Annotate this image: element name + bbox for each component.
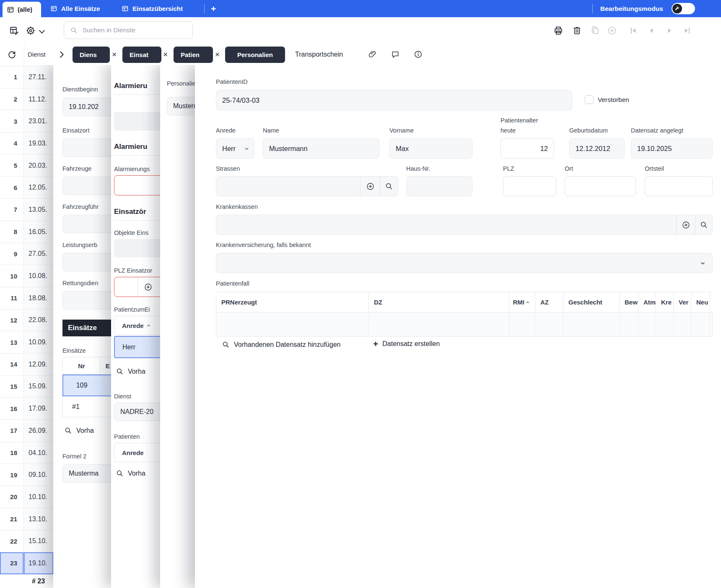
record-list-row[interactable]: 16 17.09. xyxy=(0,398,53,420)
record-row-number[interactable]: 2 xyxy=(0,88,23,111)
column-header-atm[interactable]: Atm xyxy=(638,292,656,312)
record-row-number[interactable]: 15 xyxy=(0,376,23,398)
vorname-field[interactable]: Max xyxy=(389,138,472,159)
record-row-date[interactable]: 11.12. xyxy=(23,88,53,111)
record-row-date[interactable]: 19.03. xyxy=(23,133,53,155)
column-header-e[interactable]: E xyxy=(101,357,111,374)
dienst-field[interactable]: NADRE-20 xyxy=(114,403,160,421)
record-list-row[interactable]: 10 10.08. xyxy=(0,265,53,287)
delete-icon[interactable] xyxy=(572,26,582,35)
list-column-header[interactable]: Dienst xyxy=(28,44,46,65)
record-tab-dienst[interactable]: Diens xyxy=(73,47,110,63)
objekte-field[interactable] xyxy=(114,239,160,258)
record-row-date[interactable]: 13.05. xyxy=(23,199,53,221)
first-record-icon[interactable] xyxy=(629,26,638,35)
einsaetze-section-tab[interactable]: Einsätze xyxy=(62,320,111,336)
record-list-row[interactable]: 11 18.08. xyxy=(0,287,53,310)
column-header-anrede[interactable]: Anrede xyxy=(114,316,151,335)
record-list-row[interactable]: 19 09.10. xyxy=(0,464,53,486)
record-list-row[interactable]: 9 27.05. xyxy=(0,243,53,265)
rettungsdienst-field[interactable] xyxy=(62,291,111,310)
column-header-az[interactable]: AZ xyxy=(535,292,563,312)
column-header-nr[interactable]: Nr xyxy=(63,357,101,374)
record-row-date[interactable]: 10.10. xyxy=(23,486,53,508)
record-list-row[interactable]: 17 26.09. xyxy=(0,420,53,442)
column-header-anrede[interactable]: Anrede xyxy=(114,443,144,462)
record-row-date[interactable]: 04.10. xyxy=(23,442,53,464)
patient-row-selected[interactable]: Herr xyxy=(114,336,160,358)
record-row-date[interactable]: 16.05. xyxy=(23,221,53,243)
record-row-date[interactable]: 18.08. xyxy=(23,287,53,310)
record-row-date[interactable]: 20.03. xyxy=(23,155,53,177)
view-tab-alle-einsaetze[interactable]: Alle Einsätze xyxy=(50,0,100,17)
record-row-number[interactable]: 12 xyxy=(0,310,23,332)
add-existing-patient-button[interactable]: Vorha xyxy=(116,367,145,375)
create-datensatz-button[interactable]: + Datensatz erstellen xyxy=(373,340,440,348)
record-list-row[interactable]: 12 22.08. xyxy=(0,310,53,332)
record-row-number[interactable]: 5 xyxy=(0,155,23,177)
column-header-dz[interactable]: DZ xyxy=(369,292,509,312)
record-tab-einsatz[interactable]: Einsat xyxy=(122,47,161,63)
record-row-date[interactable]: 22.08. xyxy=(23,310,53,332)
record-row-number[interactable]: 16 xyxy=(0,398,23,420)
record-row-number[interactable]: 11 xyxy=(0,287,23,310)
record-row-date[interactable]: 12.05. xyxy=(23,177,53,199)
info-icon[interactable] xyxy=(414,50,423,59)
record-row-number[interactable]: 22 xyxy=(0,530,23,552)
ort-field[interactable] xyxy=(565,176,636,196)
record-list-row[interactable]: 21 13.10. xyxy=(0,508,53,531)
plz-field[interactable] xyxy=(503,176,556,196)
search-icon[interactable] xyxy=(380,177,398,196)
record-row-date[interactable]: 15.09. xyxy=(23,376,53,398)
record-row-date[interactable]: 13.10. xyxy=(23,508,53,531)
record-list-row[interactable]: 13 10.09. xyxy=(0,331,53,354)
alarmierung-empty-field[interactable] xyxy=(114,112,160,130)
dienstbeginn-field[interactable]: 19.10.202 xyxy=(62,98,111,116)
record-row-date[interactable]: 12.09. xyxy=(23,354,53,376)
print-icon[interactable] xyxy=(553,26,563,36)
column-header-neu[interactable]: Neu xyxy=(691,292,710,312)
record-row-number[interactable]: 18 xyxy=(0,442,23,464)
paperclip-icon[interactable] xyxy=(368,50,377,59)
record-row-date[interactable]: 19.10. xyxy=(23,552,53,575)
einsaetze-row-selected[interactable]: 109 xyxy=(62,375,111,396)
add-view-tab-button[interactable]: + xyxy=(211,0,216,17)
add-plus-icon[interactable] xyxy=(137,277,158,297)
duplicate-icon[interactable] xyxy=(590,26,600,35)
record-list-row[interactable]: 1 27.11. xyxy=(0,66,53,88)
add-existing-einsatz-button[interactable]: Vorha xyxy=(64,427,94,434)
verstorben-checkbox[interactable] xyxy=(585,95,594,104)
datensatz-angelegt-field[interactable]: 19.10.2025 xyxy=(631,138,713,159)
einsaetze-row[interactable]: #1 xyxy=(62,396,111,417)
record-row-date[interactable]: 23.01. xyxy=(23,110,53,133)
column-header-kre[interactable]: Kre xyxy=(656,292,674,312)
next-record-icon[interactable] xyxy=(665,26,674,35)
leistungserbringer-field[interactable] xyxy=(62,253,111,271)
krankenversicherung-select[interactable] xyxy=(216,253,713,273)
edit-table-icon[interactable] xyxy=(9,26,19,36)
close-icon[interactable]: × xyxy=(112,44,117,65)
ortsteil-field[interactable] xyxy=(645,176,713,196)
record-row-date[interactable]: 27.11. xyxy=(23,66,53,88)
record-row-number[interactable]: 17 xyxy=(0,420,23,442)
close-icon[interactable]: × xyxy=(163,44,168,65)
column-header-ver[interactable]: Ver xyxy=(674,292,691,312)
record-row-date[interactable]: 26.09. xyxy=(23,420,53,442)
record-row-number[interactable]: 14 xyxy=(0,354,23,376)
last-record-icon[interactable] xyxy=(682,26,692,35)
record-list-row[interactable]: 2 11.12. xyxy=(0,88,53,111)
previous-record-icon[interactable] xyxy=(647,26,656,35)
record-row-number[interactable]: 3 xyxy=(0,110,23,133)
record-row-number[interactable]: 19 xyxy=(0,464,23,486)
record-row-number[interactable]: 21 xyxy=(0,508,23,531)
chevron-right-icon[interactable] xyxy=(57,50,66,59)
search-box[interactable] xyxy=(64,21,193,39)
record-row-date[interactable]: 15.10. xyxy=(23,530,53,552)
column-header-geschlecht[interactable]: Geschlecht xyxy=(563,292,620,312)
hausnr-field[interactable] xyxy=(406,176,472,196)
fahrzeuge-field[interactable] xyxy=(62,177,111,195)
personalien-link-field[interactable]: Musterma xyxy=(167,97,195,115)
record-row-number[interactable]: 9 xyxy=(0,243,23,265)
edit-mode-toggle[interactable] xyxy=(672,3,695,14)
record-list-row[interactable]: 14 12.09. xyxy=(0,354,53,376)
